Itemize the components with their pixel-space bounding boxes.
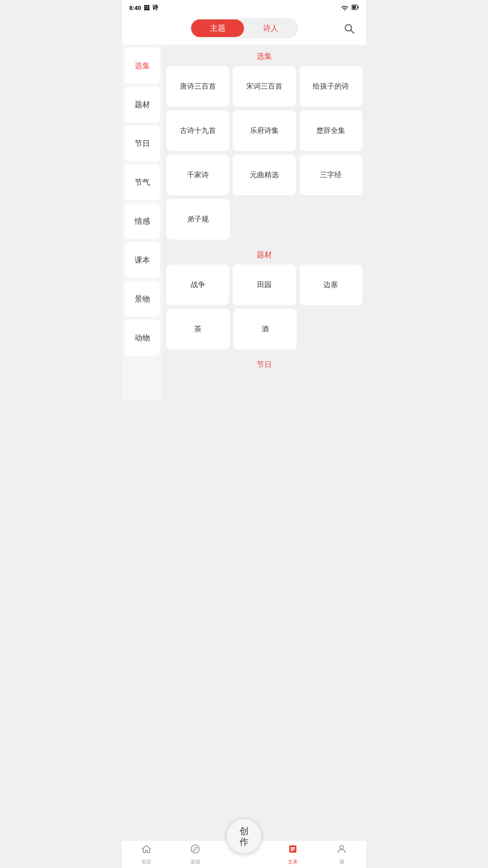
xuanji-grid-row2: 古诗十九首 乐府诗集 楚辞全集 [166,110,362,151]
svg-rect-2 [352,5,356,9]
section-header-jieri: 节日 [166,353,362,374]
sidebar-item-ticai[interactable]: 题材 [125,86,160,123]
grid-item-jiu[interactable]: 酒 [234,309,297,349]
grid-item-tangshi[interactable]: 唐诗三百首 [166,66,229,107]
ticai-grid-row2: 茶 酒 [166,309,362,349]
grid-item-tianyuan[interactable]: 田园 [233,264,296,305]
battery-icon [352,4,359,12]
grid-item-yuefu[interactable]: 乐府诗集 [233,110,296,151]
status-right [341,4,359,12]
xuanji-grid-row3: 千家诗 元曲精选 三字经 [166,155,362,195]
sidebar-item-keben[interactable]: 课本 [125,242,160,278]
grid-item-zhanzhen[interactable]: 战争 [166,264,229,305]
grid-item-biansai[interactable]: 边塞 [300,264,362,305]
status-app-label: 诗 [152,4,158,12]
grid-item-dizigui[interactable]: 弟子规 [166,199,230,240]
status-left: 8:40 🖼 诗 [129,4,158,12]
left-sidebar: 选集 题材 节日 节气 情感 课本 景物 动物 [122,45,163,400]
status-time: 8:40 [129,5,141,11]
xuanji-grid-row1: 唐诗三百首 宋词三百首 给孩子的诗 [166,66,362,107]
segment-theme[interactable]: 主题 [191,19,244,37]
segment-control: 主题 诗人 [190,18,298,38]
wifi-icon [341,4,349,12]
sidebar-item-qinggan[interactable]: 情感 [125,203,160,239]
search-button[interactable] [342,21,357,38]
status-bar: 8:40 🖼 诗 [122,0,366,14]
grid-item-cha[interactable]: 茶 [166,309,230,349]
sidebar-item-xuanji[interactable]: 选集 [125,47,160,84]
grid-item-sanzijing[interactable]: 三字经 [300,155,362,195]
section-header-ticai: 题材 [166,243,362,264]
segment-poet[interactable]: 诗人 [244,19,297,37]
sidebar-item-jieqi[interactable]: 节气 [125,164,160,200]
grid-item-songci[interactable]: 宋词三百首 [233,66,296,107]
status-photo-icon: 🖼 [144,5,150,11]
main-layout: 选集 题材 节日 节气 情感 课本 景物 动物 选集 唐诗三百首 宋词三百首 给… [122,45,366,400]
ticai-grid-row1: 战争 田园 边塞 [166,264,362,305]
grid-item-chuci[interactable]: 楚辞全集 [300,110,362,151]
svg-rect-1 [358,6,359,8]
sidebar-item-jieri[interactable]: 节日 [125,125,160,161]
grid-item-qianjia[interactable]: 千家诗 [166,155,229,195]
section-header-xuanji: 选集 [166,45,362,66]
sidebar-item-jingwu[interactable]: 景物 [125,281,160,317]
xuanji-grid-row4: 弟子规 [166,199,362,240]
grid-item-yuanqu[interactable]: 元曲精选 [233,155,296,195]
grid-item-gushi19[interactable]: 古诗十九首 [166,110,229,151]
right-content: 选集 唐诗三百首 宋词三百首 给孩子的诗 古诗十九首 乐府诗集 楚辞全集 千家诗… [163,45,366,400]
top-bar: 主题 诗人 [122,14,366,45]
grid-item-haizi[interactable]: 给孩子的诗 [300,66,362,107]
svg-line-4 [351,30,354,33]
sidebar-item-dongwu[interactable]: 动物 [125,320,160,356]
